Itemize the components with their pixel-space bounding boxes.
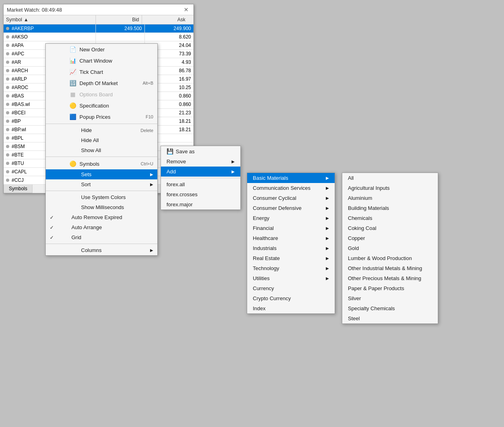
remove-item[interactable]: Remove ▶ — [161, 157, 240, 167]
status-dot — [6, 120, 9, 123]
bid-header[interactable]: Bid — [96, 15, 142, 24]
status-dot — [6, 69, 9, 72]
category-item-consumer-defensive[interactable]: Consumer Defensive▶ — [247, 203, 335, 213]
status-dot — [6, 27, 9, 30]
symbol-header[interactable]: Symbol ▲ — [4, 15, 96, 24]
menu-item-use-system-colors[interactable]: Use System Colors — [46, 192, 157, 202]
category-item-utilities[interactable]: Utilities▶ — [247, 273, 335, 283]
bm-item-label: All — [348, 175, 354, 181]
category-item-consumer-cyclical[interactable]: Consumer Cyclical▶ — [247, 193, 335, 203]
bm-item-specialty-chemicals[interactable]: Specialty Chemicals — [342, 303, 438, 313]
add-item[interactable]: Add ▶ — [161, 167, 240, 177]
menu-item-label: Auto Arrange — [71, 224, 102, 230]
menu-item-sets[interactable]: Sets▶ — [46, 169, 157, 179]
category-item-basic-materials[interactable]: Basic Materials▶ — [247, 173, 335, 183]
symbol-cell: #AKERBP — [4, 24, 96, 33]
category-item-financial[interactable]: Financial▶ — [247, 223, 335, 233]
bm-item-gold[interactable]: Gold — [342, 243, 438, 253]
bm-item-all[interactable]: All — [342, 173, 438, 183]
bm-item-other-industrial-metals---mining[interactable]: Other Industrial Metals & Mining — [342, 263, 438, 273]
forex-all-item[interactable]: forex.all — [161, 179, 240, 189]
category-label: Consumer Cyclical — [253, 195, 296, 201]
bm-item-other-precious-metals---mining[interactable]: Other Precious Metals & Mining — [342, 273, 438, 283]
bm-item-aluminium[interactable]: Aluminium — [342, 193, 438, 203]
category-item-healthcare[interactable]: Healthcare▶ — [247, 233, 335, 243]
save-as-item[interactable]: 💾 Save as — [161, 146, 240, 157]
status-dot — [6, 61, 9, 64]
menu-item-depth-of-market[interactable]: 🔢Depth Of MarketAlt+B — [46, 77, 157, 89]
status-dot — [6, 170, 9, 173]
category-item-industrials[interactable]: Industrials▶ — [247, 243, 335, 253]
submenu-arrow: ▶ — [318, 236, 329, 240]
bm-item-paper---paper-products[interactable]: Paper & Paper Products — [342, 283, 438, 293]
menu-item-auto-remove-expired[interactable]: Auto Remove Expired — [46, 212, 157, 222]
menu-item-tick-chart[interactable]: 📈Tick Chart — [46, 66, 157, 77]
category-item-real-estate[interactable]: Real Estate▶ — [247, 253, 335, 263]
bm-item-coking-coal[interactable]: Coking Coal — [342, 223, 438, 233]
category-item-index[interactable]: Index — [247, 303, 335, 313]
ask-header[interactable]: Ask — [142, 15, 188, 24]
menu-item-auto-arrange[interactable]: Auto Arrange — [46, 222, 157, 232]
symbol-text: #AROC — [12, 85, 28, 90]
category-item-energy[interactable]: Energy▶ — [247, 213, 335, 223]
category-item-technology[interactable]: Technology▶ — [247, 263, 335, 273]
bm-item-label: Copper — [348, 235, 365, 241]
bm-item-lumber---wood-production[interactable]: Lumber & Wood Production — [342, 253, 438, 263]
category-label: Healthcare — [253, 235, 278, 241]
bm-item-copper[interactable]: Copper — [342, 233, 438, 243]
bm-item-silver[interactable]: Silver — [342, 293, 438, 303]
menu-item-show-all[interactable]: Show All — [46, 145, 157, 155]
category-item-crypto-currency[interactable]: Crypto Currency — [247, 293, 335, 303]
bm-item-steel[interactable]: Steel — [342, 313, 438, 323]
bm-item-label: Coking Coal — [348, 225, 376, 231]
bm-item-label: Steel — [348, 315, 360, 321]
menu-separator — [46, 191, 157, 191]
symbol-text: #BTU — [12, 161, 24, 166]
submenu-arrow: ▶ — [318, 176, 329, 180]
menu-item-chart-window[interactable]: 📊Chart Window — [46, 55, 157, 66]
market-row[interactable]: #AKSO8.620 — [4, 33, 193, 41]
table-header: Symbol ▲ Bid Ask — [4, 15, 193, 24]
menu-item-label: Popup Prices — [79, 114, 110, 120]
bm-item-label: Paper & Paper Products — [348, 285, 404, 291]
menu-item-grid[interactable]: Grid — [46, 232, 157, 242]
menu-separator — [46, 124, 157, 124]
symbols-tab[interactable]: Symbols — [4, 185, 33, 193]
menu-item-label: Sort — [81, 181, 91, 187]
window-title: Market Watch: 08:49:48 — [7, 7, 62, 13]
menu-item-label: Options Board — [79, 92, 113, 98]
menu-separator — [46, 244, 157, 244]
menu-item-symbols[interactable]: 🟡SymbolsCtrl+U — [46, 158, 157, 169]
forex-major-item[interactable]: forex.major — [161, 199, 240, 209]
bm-item-label: Gold — [348, 245, 359, 251]
status-dot — [6, 136, 9, 140]
menu-item-new-order[interactable]: 📄New Order — [46, 44, 157, 55]
menu-item-columns[interactable]: Columns▶ — [46, 245, 157, 255]
category-label: Utilities — [253, 275, 270, 281]
menu-item-show-milliseconds[interactable]: Show Milliseconds — [46, 202, 157, 212]
menu-item-label: Auto Remove Expired — [71, 214, 122, 220]
bm-item-building-materials[interactable]: Building Materials — [342, 203, 438, 213]
menu-item-label: New Order — [79, 47, 105, 53]
bm-item-agricultural-inputs[interactable]: Agricultural Inputs — [342, 183, 438, 193]
symbol-text: #AR — [12, 59, 21, 65]
submenu-arrow: ▶ — [318, 266, 329, 270]
close-button[interactable]: ✕ — [182, 6, 190, 13]
add-arrow: ▶ — [224, 169, 235, 174]
menu-item-hide-all[interactable]: Hide All — [46, 135, 157, 145]
menu-item-icon: 📊 — [69, 57, 76, 64]
category-item-communication-services[interactable]: Communication Services▶ — [247, 183, 335, 193]
bm-item-chemicals[interactable]: Chemicals — [342, 213, 438, 223]
submenu-arrow: ▶ — [318, 186, 329, 190]
market-row[interactable]: #AKERBP249.500249.900 — [4, 24, 193, 33]
submenu-arrow: ▶ — [318, 196, 329, 200]
menu-item-specification[interactable]: 🟡Specification — [46, 100, 157, 111]
symbol-text: #BPL — [12, 135, 23, 141]
category-label: Technology — [253, 265, 279, 271]
menu-item-hide[interactable]: HideDelete — [46, 125, 157, 135]
menu-item-sort[interactable]: Sort▶ — [46, 179, 157, 189]
menu-item-label: Show All — [81, 147, 101, 153]
forex-crosses-item[interactable]: forex.crosses — [161, 189, 240, 199]
category-item-currency[interactable]: Currency — [247, 283, 335, 293]
menu-item-popup-prices[interactable]: 🟦Popup PricesF10 — [46, 111, 157, 122]
